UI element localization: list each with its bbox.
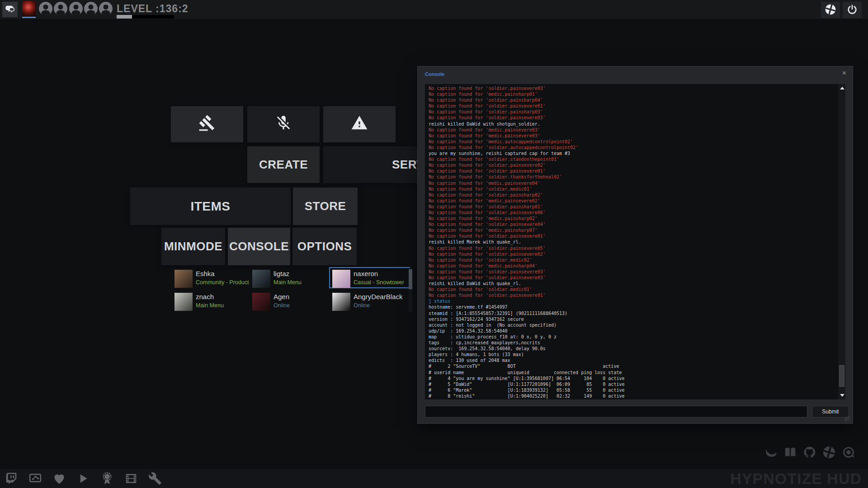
console-line: tags : cp,increased_maxplayers,nocrits	[429, 340, 836, 346]
store-button[interactable]: STORE	[293, 188, 358, 225]
avatar-slot[interactable]	[99, 1, 113, 16]
console-line: No caption found for 'medic.painsevere03…	[429, 133, 836, 139]
friend-entry[interactable]: naxeronCasual - Snowtower	[332, 267, 409, 291]
gavel-icon	[198, 114, 216, 135]
friends-list: EshkaCommunity - ProductligtazMain Menun…	[175, 267, 409, 314]
friend-avatar[interactable]	[332, 270, 350, 288]
friend-name: znach	[196, 293, 252, 300]
items-button[interactable]: ITEMS	[130, 188, 291, 225]
tf2-logo-button[interactable]	[821, 2, 840, 18]
console-line: udp/ip : 169.254.32.58:54040	[429, 328, 836, 334]
warning-icon	[351, 114, 368, 135]
scroll-thumb[interactable]	[839, 365, 844, 387]
console-line: No caption found for 'soldier.painsharp0…	[429, 204, 836, 210]
console-line: No caption found for 'medic.painsharp07'	[429, 227, 836, 233]
console-line: No caption found for 'soldier.painsevere…	[429, 210, 836, 216]
friend-entry[interactable]: ligtazMain Menu	[252, 267, 332, 291]
wrench-icon[interactable]	[148, 472, 162, 485]
console-line: No caption found for 'soldier.painsevere…	[429, 292, 836, 298]
console-line: you are my sunshine, reishi captured cap…	[429, 150, 836, 156]
console-line: No caption found for 'soldier.painsevere…	[429, 162, 836, 168]
console-line: sourcetv: 169.254.32.58:54040, delay 90.…	[429, 346, 836, 352]
scroll-down-icon[interactable]	[840, 394, 844, 397]
friend-entry[interactable]: znachMain Menu	[175, 291, 252, 314]
friend-avatar[interactable]	[252, 270, 270, 288]
github-icon[interactable]	[803, 446, 816, 459]
console-line: No caption found for 'soldier.painsevere…	[429, 103, 836, 109]
console-line: No caption found for 'soldier.painsevere…	[429, 85, 836, 91]
console-line: version : 9347162/24 9347162 secure	[429, 316, 836, 322]
friend-name: Agen	[274, 293, 332, 300]
friend-status: Online	[274, 302, 332, 309]
friends-scroll-thumb[interactable]	[409, 269, 412, 289]
alerts-button[interactable]	[323, 106, 396, 142]
play-icon[interactable]	[76, 472, 90, 485]
console-line: No caption found for 'soldier.medic01'	[429, 186, 836, 192]
stream-icon[interactable]	[28, 472, 42, 485]
close-icon[interactable]: ×	[842, 69, 846, 77]
console-line: No caption found for 'medic.painsevere02…	[429, 198, 836, 204]
film-icon[interactable]	[124, 472, 138, 485]
medal-icon[interactable]	[100, 472, 114, 485]
console-line: account : not logged in (No account spec…	[429, 322, 836, 328]
avatar-slot[interactable]	[38, 1, 53, 16]
friend-status: Community - Product	[196, 279, 252, 286]
minmode-button[interactable]: MINMODE	[161, 228, 225, 265]
console-button[interactable]: CONSOLE	[228, 228, 290, 265]
heart-icon[interactable]	[52, 472, 66, 485]
current-user-avatar[interactable]	[22, 1, 36, 16]
mute-button[interactable]	[247, 106, 320, 142]
avatar-active-underline	[22, 17, 36, 18]
level-progress	[117, 15, 174, 19]
book-icon[interactable]	[783, 446, 797, 459]
console-line: hostname: serveme.tf #1454997	[429, 304, 836, 310]
console-line: # 5 "DaWid" [U:1:1177201096] 06:09 85 0 …	[429, 381, 836, 387]
tf2-logo-icon[interactable]	[822, 446, 836, 459]
friend-name: Eshka	[196, 270, 252, 277]
options-button[interactable]: OPTIONS	[292, 228, 357, 265]
banana-icon[interactable]	[764, 446, 778, 459]
console-scrollbar[interactable]	[838, 84, 845, 399]
report-player-button[interactable]	[171, 106, 243, 142]
topbar: LEVEL :136:2	[0, 0, 868, 19]
friend-avatar[interactable]	[175, 293, 193, 311]
friend-entry[interactable]: AngryDearBlackOnline	[332, 291, 409, 314]
avatar-slot[interactable]	[84, 1, 98, 16]
console-line: No caption found for 'soldier.painsevere…	[429, 221, 836, 227]
friend-avatar[interactable]	[252, 293, 270, 311]
console-submit-button[interactable]: Submit	[812, 406, 849, 418]
friend-entry[interactable]: AgenOnline	[252, 291, 332, 314]
console-log-lines: No caption found for 'soldier.painsevere…	[429, 85, 836, 399]
resize-grip[interactable]	[844, 416, 851, 422]
chat-icon	[5, 4, 15, 15]
record-icon[interactable]	[842, 446, 855, 459]
console-line: No caption found for 'medic.painsharp01'	[429, 91, 836, 97]
mic-muted-icon	[275, 114, 292, 135]
tf2-main-menu: LEVEL :136:2 CREATE SERVERS ITEM	[0, 0, 868, 488]
footer-link-icons	[764, 446, 864, 460]
console-line: # 4 "you are my sunshine" [U:1:395681007…	[429, 375, 836, 381]
friend-avatar[interactable]	[332, 293, 350, 311]
avatar-slot[interactable]	[53, 1, 68, 16]
console-line: No caption found for 'soldier.painsevere…	[429, 115, 836, 121]
console-title: Console	[425, 71, 444, 77]
chat-button[interactable]	[2, 2, 18, 17]
twitch-icon[interactable]	[5, 472, 18, 485]
console-line: No caption found for 'medic.painsharp02'	[429, 216, 836, 221]
level-label: LEVEL :136:2	[117, 3, 189, 15]
friend-avatar[interactable]	[175, 270, 193, 288]
scroll-up-icon[interactable]	[840, 87, 844, 89]
friends-scrollbar[interactable]	[409, 268, 412, 312]
console-line: No caption found for 'medic.painsevere04…	[429, 180, 836, 186]
quit-button[interactable]	[843, 2, 862, 18]
friend-entry[interactable]: EshkaCommunity - Product	[175, 267, 252, 291]
console-line: No caption found for 'medic.autocappedco…	[429, 139, 836, 145]
console-log[interactable]: No caption found for 'soldier.painsevere…	[425, 84, 845, 399]
console-line: No caption found for 'soldier.painsevere…	[429, 269, 836, 275]
friend-status: Main Menu	[196, 302, 252, 309]
friend-status: Online	[354, 302, 409, 309]
friend-name: naxeron	[354, 270, 409, 277]
console-input[interactable]	[425, 406, 807, 418]
create-server-button[interactable]: CREATE	[247, 146, 320, 183]
avatar-slot[interactable]	[69, 1, 83, 16]
